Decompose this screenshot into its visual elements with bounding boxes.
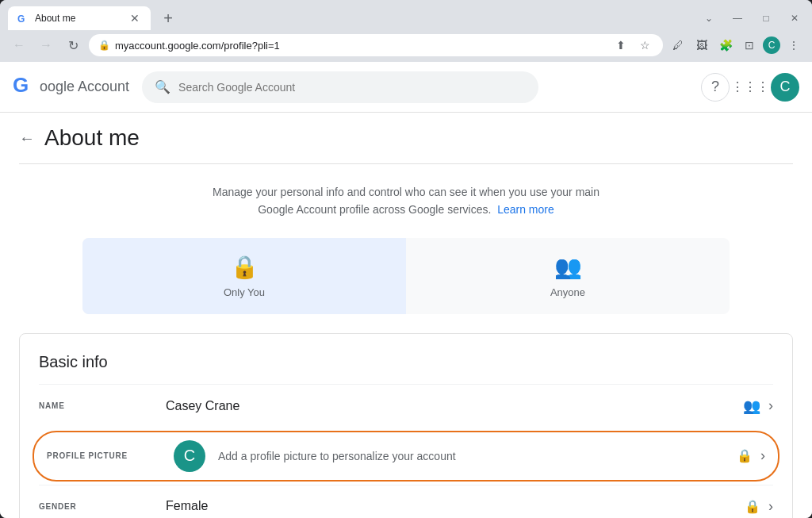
basic-info-title: Basic info — [39, 353, 773, 371]
profile-chevron-icon: › — [760, 447, 765, 464]
tab-favicon: G — [17, 13, 29, 24]
lock-vis-icon: 🔒 — [231, 254, 259, 280]
toolbar-right: 🖊 🖼 🧩 ⊡ C ⋮ — [668, 35, 804, 56]
logo-account-text: oogle Account — [40, 79, 129, 95]
name-label: NAME — [39, 401, 166, 410]
refresh-button[interactable]: ↻ — [62, 34, 84, 56]
name-row-right: 👥 › — [743, 397, 773, 415]
profile-avatar-initial: C — [184, 447, 195, 465]
people-vis-icon: 👥 — [554, 254, 582, 280]
content-area: Manage your personal info and control wh… — [19, 164, 793, 518]
address-bar[interactable]: 🔒 myaccount.google.com/profile?pli=1 ⬆ ☆ — [89, 34, 663, 56]
profile-picture-label: PROFILE PICTURE — [47, 451, 174, 460]
profile-lock-icon: 🔒 — [737, 448, 753, 463]
search-input[interactable] — [178, 81, 526, 94]
page-title-row: ← About me — [19, 113, 793, 164]
gender-lock-icon: 🔒 — [745, 499, 760, 514]
intro-line2: Google Account profile across Google ser… — [258, 203, 491, 216]
page-body: ← About me Manage your personal info and… — [0, 113, 812, 518]
help-icon[interactable]: ? — [701, 73, 730, 102]
anyone-label: Anyone — [550, 286, 585, 298]
extension2-icon[interactable]: 🖼 — [691, 35, 712, 56]
menu-icon[interactable]: ⋮ — [783, 35, 804, 56]
split-icon[interactable]: ⊡ — [739, 35, 760, 56]
intro-line1: Manage your personal info and control wh… — [213, 186, 599, 198]
tab-close-button[interactable]: ✕ — [128, 12, 141, 25]
learn-more-link[interactable]: Learn more — [497, 203, 554, 216]
address-right-icons: ⬆ ☆ — [612, 36, 653, 54]
name-chevron-icon: › — [768, 397, 773, 414]
back-button[interactable]: ← — [8, 34, 30, 56]
profile-picture-row[interactable]: PROFILE PICTURE C Add a profile picture … — [33, 431, 779, 482]
title-bar: G About me ✕ + ⌄ — □ ✕ — [0, 0, 812, 30]
share-icon[interactable]: ⬆ — [612, 36, 630, 54]
profile-picture-row-inner: PROFILE PICTURE C Add a profile picture … — [47, 440, 765, 472]
profile-picture-value: Add a profile picture to personalize you… — [218, 450, 737, 462]
gender-row-right: 🔒 › — [745, 498, 773, 515]
minimize-button[interactable]: — — [728, 9, 747, 28]
forward-button[interactable]: → — [35, 34, 57, 56]
gender-value: Female — [166, 499, 745, 513]
basic-info-card: Basic info NAME Casey Crane 👥 › PROFI — [19, 333, 793, 518]
profile-avatar-header[interactable]: C — [771, 73, 799, 102]
google-header: G oogle Account 🔍 ? ⋮⋮⋮ C — [0, 62, 812, 113]
anyone-card[interactable]: 👥 Anyone — [406, 238, 730, 314]
profile-avatar: C — [174, 440, 205, 472]
intro-text: Manage your personal info and control wh… — [19, 183, 793, 219]
browser-window: G About me ✕ + ⌄ — □ ✕ ← → ↻ 🔒 myaccount… — [0, 0, 812, 518]
back-arrow-icon[interactable]: ← — [19, 129, 35, 148]
gender-chevron-icon: › — [768, 498, 773, 515]
name-value: Casey Crane — [166, 399, 743, 413]
new-tab-button[interactable]: + — [157, 7, 179, 29]
bookmark-icon[interactable]: ☆ — [636, 36, 653, 54]
address-bar-row: ← → ↻ 🔒 myaccount.google.com/profile?pli… — [0, 30, 812, 62]
only-you-card[interactable]: 🔒 Only You — [82, 238, 406, 314]
browser-tab[interactable]: G About me ✕ — [8, 6, 151, 30]
tab-title: About me — [35, 13, 122, 24]
svg-text:G: G — [13, 73, 29, 97]
svg-text:G: G — [17, 13, 25, 24]
search-box[interactable]: 🔍 — [142, 71, 538, 103]
search-icon: 🔍 — [155, 79, 170, 94]
page-title: About me — [44, 125, 140, 151]
browser-content: G oogle Account 🔍 ? ⋮⋮⋮ C ← About — [0, 62, 812, 518]
header-search: 🔍 — [142, 71, 538, 103]
chevron-down-icon[interactable]: ⌄ — [699, 9, 718, 28]
close-button[interactable]: ✕ — [785, 9, 804, 28]
maximize-button[interactable]: □ — [756, 9, 776, 28]
gender-row[interactable]: GENDER Female 🔒 › — [39, 485, 773, 518]
name-row[interactable]: NAME Casey Crane 👥 › — [39, 384, 773, 428]
google-logo: G oogle Account — [13, 73, 129, 101]
address-lock-icon: 🔒 — [98, 40, 110, 51]
logo-g: G — [13, 73, 36, 101]
header-right: ? ⋮⋮⋮ C — [701, 73, 799, 102]
visibility-cards: 🔒 Only You 👥 Anyone — [82, 238, 730, 314]
people-icon: 👥 — [743, 397, 760, 415]
extension-icon[interactable]: 🖊 — [668, 35, 688, 56]
profile-picture-row-right: 🔒 › — [737, 447, 765, 464]
only-you-label: Only You — [224, 286, 265, 298]
puzzle-icon[interactable]: 🧩 — [715, 35, 736, 56]
gender-label: GENDER — [39, 502, 166, 511]
apps-grid-icon[interactable]: ⋮⋮⋮ — [736, 73, 764, 102]
window-controls: ⌄ — □ ✕ — [699, 9, 804, 28]
address-text: myaccount.google.com/profile?pli=1 — [115, 40, 607, 52]
toolbar-profile[interactable]: C — [763, 36, 780, 54]
